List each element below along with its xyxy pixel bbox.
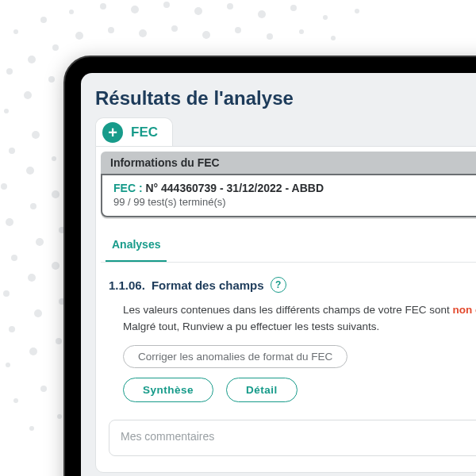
svg-point-25 — [52, 190, 60, 198]
body-prefix: Les valeurs contenues dans les différent… — [123, 304, 452, 316]
svg-point-31 — [52, 262, 60, 270]
svg-point-5 — [163, 2, 170, 8]
tabs-bar: Analyses — [101, 230, 476, 263]
svg-point-41 — [57, 414, 62, 419]
svg-point-7 — [227, 3, 233, 10]
fix-anomalies-button[interactable]: Corriger les anomalies de format du FEC — [123, 345, 347, 368]
detail-button[interactable]: Détail — [226, 378, 298, 402]
svg-point-1 — [40, 17, 47, 23]
svg-point-42 — [75, 32, 83, 40]
svg-point-40 — [29, 426, 34, 431]
svg-point-36 — [29, 347, 37, 355]
non-conformes-text: non conformes — [452, 304, 476, 316]
svg-point-9 — [290, 5, 297, 11]
fec-chip-label: FEC — [131, 125, 158, 140]
svg-point-2 — [69, 10, 74, 14]
svg-point-39 — [40, 386, 47, 392]
svg-point-10 — [323, 15, 328, 20]
svg-point-29 — [3, 290, 10, 297]
synthese-button[interactable]: Synthèse — [123, 378, 213, 402]
svg-point-37 — [56, 338, 62, 344]
fec-card: Informations du FEC FEC : N° 444360739 -… — [95, 146, 476, 473]
svg-point-3 — [100, 3, 106, 10]
page-title: Résultats de l'analyse — [95, 87, 476, 109]
svg-point-24 — [30, 203, 36, 209]
svg-point-8 — [258, 10, 266, 18]
fec-tests-status: 99 / 99 test(s) terminé(s) — [113, 196, 476, 208]
svg-point-33 — [34, 309, 42, 317]
svg-point-22 — [52, 156, 56, 161]
add-fec-chip[interactable]: + FEC — [95, 117, 173, 146]
svg-point-11 — [355, 9, 359, 13]
svg-point-18 — [9, 148, 15, 154]
svg-point-50 — [331, 36, 336, 40]
svg-point-38 — [13, 398, 18, 403]
svg-point-43 — [108, 27, 114, 33]
svg-point-16 — [24, 91, 32, 99]
app-root: Résultats de l'analyse + FEC Information… — [81, 73, 476, 476]
device-frame: Résultats de l'analyse + FEC Information… — [63, 56, 476, 476]
svg-point-6 — [194, 7, 202, 15]
svg-point-26 — [11, 255, 17, 261]
fec-info-body: FEC : N° 444360739 - 31/12/2022 - ABBD 9… — [101, 174, 476, 217]
plus-icon: + — [102, 122, 123, 143]
section-body: Les valeurs contenues dans les différent… — [123, 302, 476, 336]
svg-point-0 — [13, 29, 18, 34]
svg-point-30 — [28, 274, 36, 282]
svg-point-35 — [6, 363, 10, 367]
svg-point-4 — [131, 6, 139, 13]
svg-point-45 — [171, 25, 178, 32]
svg-point-49 — [299, 29, 304, 34]
fec-label: FEC : — [113, 182, 143, 194]
svg-point-23 — [6, 218, 13, 226]
svg-point-44 — [139, 29, 147, 37]
section-title: Format des champs — [152, 278, 264, 292]
svg-point-47 — [235, 27, 241, 33]
fec-identity-line: FEC : N° 444360739 - 31/12/2022 - ABBD — [113, 182, 476, 194]
svg-point-20 — [1, 183, 7, 190]
section-title-row: 1.1.06. Format des champs ? — [109, 277, 476, 293]
fec-value: N° 444360739 - 31/12/2022 - ABBD — [145, 182, 324, 194]
comments-placeholder: Mes commentaires — [121, 430, 214, 443]
section-number: 1.1.06. — [109, 278, 145, 292]
body-line2: Malgré tout, Runview a pu effectuer les … — [123, 321, 379, 332]
svg-point-32 — [9, 326, 15, 332]
tab-analyses[interactable]: Analyses — [106, 230, 167, 262]
svg-point-27 — [36, 238, 44, 246]
fec-info-header: Informations du FEC — [101, 152, 476, 174]
comments-input[interactable]: Mes commentaires — [109, 420, 476, 456]
svg-point-46 — [202, 31, 210, 39]
analysis-section: 1.1.06. Format des champs ? Les valeurs … — [101, 263, 476, 402]
svg-point-48 — [267, 33, 273, 40]
help-icon[interactable]: ? — [271, 277, 286, 293]
svg-point-12 — [6, 68, 13, 75]
svg-point-15 — [4, 109, 9, 113]
svg-point-21 — [26, 167, 34, 175]
svg-point-19 — [32, 131, 40, 139]
svg-point-13 — [28, 56, 36, 63]
screen: Résultats de l'analyse + FEC Information… — [81, 73, 476, 476]
svg-point-14 — [52, 44, 59, 51]
svg-point-17 — [48, 76, 55, 83]
